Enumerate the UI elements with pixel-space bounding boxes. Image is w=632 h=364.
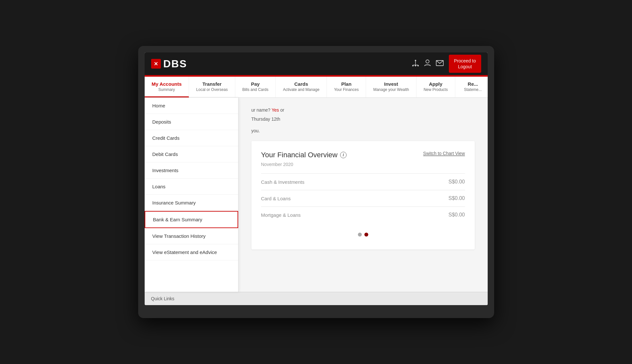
- network-icon[interactable]: [412, 60, 419, 68]
- sidebar-item-investments[interactable]: Investments: [145, 162, 238, 179]
- sidebar-item-debit-cards[interactable]: Debit Cards: [145, 146, 238, 162]
- sidebar-item-credit-cards[interactable]: Credit Cards: [145, 130, 238, 146]
- partial-content-row: ur name? Yes or: [251, 107, 475, 113]
- nav-main-label: Plan: [334, 81, 359, 87]
- nav-sub-label: Local or Overseas: [196, 87, 227, 92]
- dot-1[interactable]: [358, 233, 362, 237]
- balance-label-card: Card & Loans: [261, 196, 291, 201]
- date-row: Thursday 12th: [251, 116, 475, 122]
- balance-row-cash-investments: Cash & Investments S$0.00: [261, 173, 465, 190]
- balance-row-mortgage-loans: Mortgage & Loans S$0.00: [261, 206, 465, 223]
- overview-date: November 2020: [261, 162, 465, 167]
- balance-amount-cash: S$0.00: [449, 179, 465, 185]
- nav-sub-label: Bills and Cards: [242, 87, 269, 92]
- sidebar-item-view-estatement[interactable]: View eStatement and eAdvice: [145, 244, 238, 260]
- nav-sub-label: Activate and Manage: [283, 87, 319, 92]
- sidebar-item-view-transaction-history[interactable]: View Transaction History: [145, 228, 238, 244]
- nav-main-label: Cards: [283, 81, 319, 87]
- nav-sub-label: Manage your Wealth: [373, 87, 409, 92]
- partial-text-before: ur name?: [251, 107, 272, 113]
- dots-indicator: [261, 233, 465, 240]
- partial-text-or: or: [279, 107, 284, 113]
- nav-item-my-accounts[interactable]: My Accounts Summary: [145, 77, 189, 97]
- screen: ✕ DBS: [145, 52, 488, 305]
- nav-item-invest[interactable]: Invest Manage your Wealth: [366, 77, 416, 97]
- logout-button[interactable]: Proceed to Logout: [449, 55, 481, 73]
- nav-sub-label: Stateme...: [462, 87, 483, 92]
- main-layout: Home Deposits Credit Cards Debit Cards I…: [145, 98, 488, 292]
- sidebar-item-bank-earn-summary[interactable]: Bank & Earn Summary: [145, 211, 238, 228]
- user-icon[interactable]: [424, 60, 431, 68]
- balance-label-cash: Cash & Investments: [261, 179, 305, 185]
- svg-point-6: [426, 60, 429, 63]
- nav-item-transfer[interactable]: Transfer Local or Overseas: [189, 77, 235, 97]
- quick-links-bar: Quick Links: [145, 292, 488, 305]
- sidebar-item-deposits[interactable]: Deposits: [145, 114, 238, 130]
- financial-overview-card: Your Financial Overview i Switch to Char…: [251, 141, 475, 249]
- topbar: ✕ DBS: [145, 52, 488, 75]
- nav-main-label: Invest: [373, 81, 409, 87]
- topbar-right: Proceed to Logout: [412, 55, 481, 73]
- sidebar-item-home[interactable]: Home: [145, 98, 238, 114]
- nav-sub-label: Summary: [152, 87, 182, 92]
- sidebar-item-insurance-summary[interactable]: Insurance Summary: [145, 195, 238, 211]
- content-area: ur name? Yes or Thursday 12th you. Your …: [238, 98, 488, 292]
- sidebar-item-loans[interactable]: Loans: [145, 179, 238, 195]
- mail-icon[interactable]: [436, 60, 444, 68]
- overview-header: Your Financial Overview i Switch to Char…: [261, 151, 465, 159]
- logo-area: ✕ DBS: [151, 58, 187, 70]
- nav-item-apply[interactable]: Apply New Products: [416, 77, 455, 97]
- nav-main-label: Pay: [242, 81, 269, 87]
- balance-amount-mortgage: S$0.00: [449, 212, 465, 218]
- nav-main-label: Apply: [424, 81, 448, 87]
- nav-item-cards[interactable]: Cards Activate and Manage: [276, 77, 327, 97]
- nav-item-plan[interactable]: Plan Your Finances: [327, 77, 366, 97]
- nav-sub-label: Your Finances: [334, 87, 359, 92]
- sidebar: Home Deposits Credit Cards Debit Cards I…: [145, 98, 238, 292]
- dbs-logo-text: DBS: [163, 58, 187, 70]
- dbs-logo-icon: ✕: [151, 59, 161, 69]
- body-text-row: you.: [251, 128, 475, 133]
- switch-to-chart-view-link[interactable]: Switch to Chart View: [423, 151, 465, 156]
- quick-links-label: Quick Links: [151, 296, 174, 301]
- svg-rect-0: [415, 60, 416, 61]
- laptop-frame: ✕ DBS: [138, 46, 494, 318]
- balance-label-mortgage: Mortgage & Loans: [261, 212, 301, 218]
- balance-amount-card: S$0.00: [449, 195, 465, 201]
- nav-main-label: My Accounts: [152, 81, 182, 87]
- overview-title: Your Financial Overview i: [261, 151, 347, 159]
- balance-row-card-loans: Card & Loans S$0.00: [261, 190, 465, 206]
- info-icon[interactable]: i: [340, 152, 347, 158]
- body-text: you.: [251, 128, 260, 133]
- nav-main-label: Transfer: [196, 81, 227, 87]
- nav-item-pay[interactable]: Pay Bills and Cards: [235, 77, 276, 97]
- dot-2[interactable]: [364, 233, 368, 237]
- yes-link[interactable]: Yes: [272, 107, 279, 113]
- nav-item-re[interactable]: Re... Stateme...: [455, 77, 488, 97]
- date-text: Thursday 12th: [251, 116, 281, 122]
- nav-main-label: Re...: [462, 81, 483, 87]
- overview-title-text: Your Financial Overview: [261, 151, 338, 159]
- nav-bar: My Accounts Summary Transfer Local or Ov…: [145, 77, 488, 98]
- nav-sub-label: New Products: [424, 87, 448, 92]
